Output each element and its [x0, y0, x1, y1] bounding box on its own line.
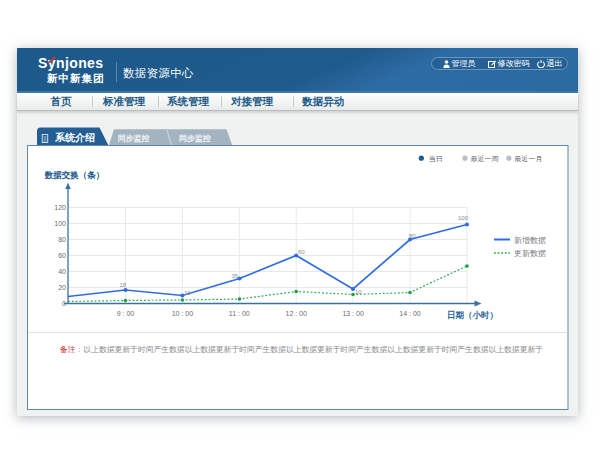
svg-text:100: 100 [458, 215, 469, 221]
svg-text:最近一周: 最近一周 [471, 155, 499, 162]
svg-text:18: 18 [120, 282, 127, 288]
svg-text:11 : 00: 11 : 00 [229, 310, 250, 317]
svg-text:60: 60 [298, 249, 305, 255]
svg-text:当日: 当日 [429, 155, 443, 163]
svg-text:100: 100 [54, 220, 66, 227]
svg-text:系统介绍: 系统介绍 [54, 132, 95, 143]
svg-text:数据交换（条）: 数据交换（条） [44, 170, 104, 180]
svg-text:80: 80 [409, 233, 416, 239]
svg-text:0: 0 [62, 300, 66, 307]
svg-text:同步监控: 同步监控 [179, 134, 211, 143]
svg-text:12 : 00: 12 : 00 [285, 310, 307, 317]
svg-text:备注：以上数据更新于时间产生数据以上数据更新于时间产生数据以: 备注：以上数据更新于时间产生数据以上数据更新于时间产生数据以上数据更新于时间产生… [60, 345, 544, 354]
svg-text:同步监控: 同步监控 [118, 134, 150, 143]
svg-text:10 : 00: 10 : 00 [172, 310, 194, 317]
svg-text:日期（小时）: 日期（小时） [447, 310, 498, 320]
svg-text:20: 20 [58, 284, 66, 291]
svg-text:10: 10 [184, 290, 191, 296]
svg-text:13 : 00: 13 : 00 [342, 310, 364, 317]
svg-text:新增数据: 新增数据 [514, 236, 546, 245]
svg-text:40: 40 [58, 268, 66, 275]
svg-text:60: 60 [58, 252, 66, 259]
svg-text:80: 80 [58, 236, 66, 243]
svg-text:最近一月: 最近一月 [514, 155, 542, 163]
svg-text:9 : 00: 9 : 00 [117, 310, 135, 317]
svg-text:14 : 00: 14 : 00 [399, 310, 421, 317]
svg-text:35: 35 [232, 273, 239, 279]
svg-text:120: 120 [54, 204, 66, 211]
svg-text:更新数据: 更新数据 [514, 249, 546, 258]
svg-text:10: 10 [355, 289, 362, 295]
